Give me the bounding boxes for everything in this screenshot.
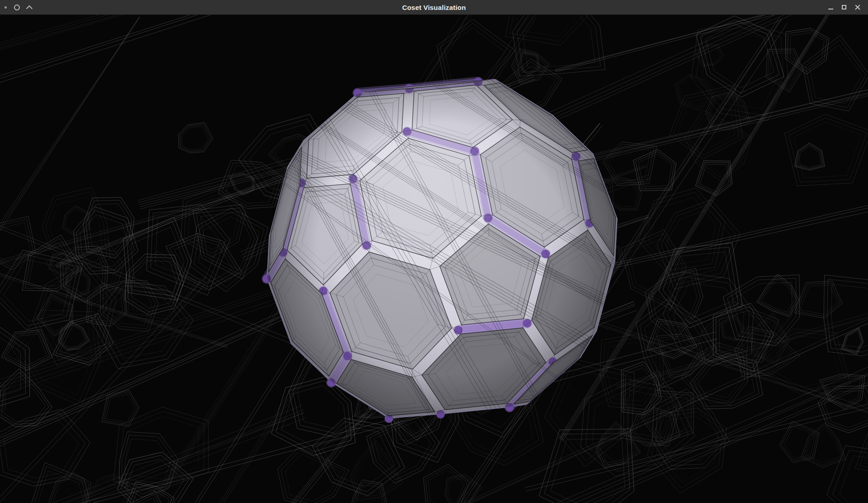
app-dot-icon (5, 6, 7, 9)
chevron-up-icon[interactable] (26, 5, 32, 12)
window-title: Coset Visualization (0, 4, 868, 11)
maximize-icon (842, 5, 846, 9)
minimize-icon (828, 9, 833, 9)
titlebar-left-icons (5, 0, 32, 14)
title-bar[interactable]: Coset Visualization (0, 0, 868, 15)
viewport-container (0, 15, 868, 503)
maximize-button[interactable] (837, 1, 851, 14)
minimize-button[interactable] (824, 1, 837, 14)
close-icon (854, 4, 861, 10)
window-controls (824, 0, 864, 14)
app-window: Coset Visualization (0, 0, 868, 503)
circle-icon[interactable] (14, 5, 20, 10)
3d-viewport-canvas[interactable] (0, 15, 868, 503)
close-button[interactable] (851, 1, 864, 14)
